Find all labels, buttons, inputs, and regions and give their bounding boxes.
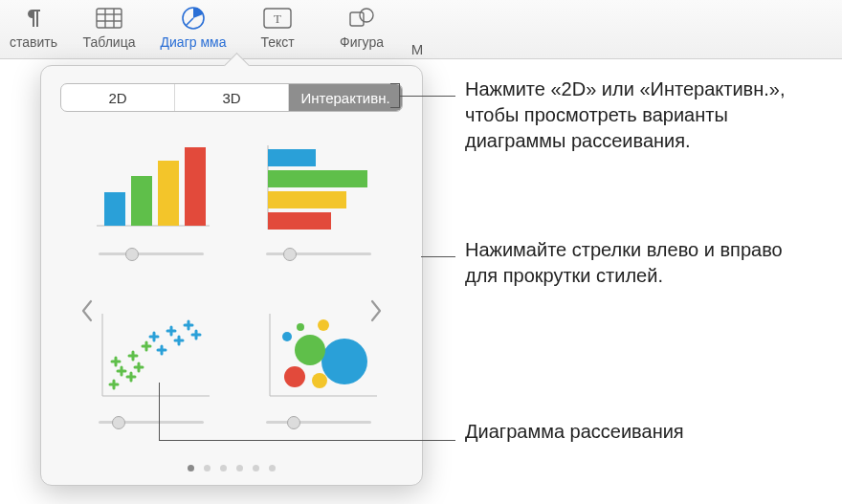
- svg-rect-0: [97, 9, 122, 28]
- toolbar: ставить Таблица Диагр мма T Текст Фигура…: [0, 0, 842, 59]
- scatter-chart-icon: [84, 303, 218, 408]
- chart-popover: 2D 3D Интерактивн.: [40, 65, 423, 486]
- svg-rect-13: [131, 176, 152, 226]
- chart-thumb-bar[interactable]: [247, 125, 390, 259]
- segment-interactive[interactable]: Интерактивн.: [289, 84, 402, 111]
- callout-top: Нажмите «2D» или «Интерактивн.», чтобы п…: [465, 77, 809, 154]
- svg-point-57: [318, 319, 329, 331]
- toolbar-table[interactable]: Таблица: [67, 4, 151, 50]
- segment-2d[interactable]: 2D: [61, 84, 175, 111]
- table-icon: [96, 4, 122, 33]
- svg-point-53: [284, 366, 305, 387]
- svg-rect-19: [268, 191, 346, 208]
- chart-thumb-column[interactable]: [79, 125, 223, 259]
- page-dot[interactable]: [204, 465, 210, 471]
- callout-leader: [159, 440, 455, 441]
- toolbar-shape-label: Фигура: [340, 34, 384, 50]
- pilcrow-icon: [24, 4, 43, 33]
- toolbar-text[interactable]: T Текст: [235, 4, 320, 50]
- page-dot[interactable]: [236, 465, 243, 471]
- textbox-icon: T: [263, 4, 292, 33]
- page-dots: [41, 465, 422, 471]
- chart-thumb-scatter[interactable]: [79, 294, 223, 427]
- toolbar-insert[interactable]: ставить: [0, 4, 67, 50]
- toolbar-more-truncated: М: [404, 4, 431, 57]
- bar-chart-icon: [252, 135, 386, 240]
- style-slider[interactable]: [266, 416, 371, 427]
- page-dot[interactable]: [269, 465, 276, 471]
- chart-gallery: [70, 121, 393, 437]
- svg-rect-17: [268, 149, 316, 166]
- callout-leader: [159, 383, 160, 440]
- svg-point-54: [312, 373, 327, 388]
- svg-rect-14: [158, 161, 179, 226]
- segmented-control: 2D 3D Интерактивн.: [60, 83, 403, 112]
- callout-bracket: [390, 83, 400, 108]
- svg-rect-15: [185, 147, 206, 226]
- svg-point-10: [360, 9, 373, 22]
- callout-bottom: Диаграмма рассеивания: [465, 419, 714, 445]
- svg-rect-18: [268, 170, 367, 187]
- toolbar-chart[interactable]: Диагр мма: [151, 4, 235, 50]
- svg-point-56: [297, 323, 304, 331]
- page-dot[interactable]: [188, 465, 194, 471]
- toolbar-table-label: Таблица: [83, 34, 136, 50]
- callout-leader: [421, 256, 455, 257]
- callout-leader: [400, 96, 455, 97]
- column-chart-icon: [84, 135, 218, 240]
- toolbar-shape[interactable]: Фигура: [320, 4, 404, 50]
- shape-icon: [348, 4, 375, 33]
- style-slider[interactable]: [99, 416, 204, 427]
- svg-point-55: [282, 332, 292, 341]
- style-slider[interactable]: [266, 248, 371, 259]
- segment-3d[interactable]: 3D: [175, 84, 289, 111]
- page-dot[interactable]: [220, 465, 227, 471]
- toolbar-insert-label: ставить: [10, 34, 57, 50]
- toolbar-chart-label: Диагр мма: [161, 34, 227, 50]
- svg-line-6: [186, 18, 193, 26]
- pie-icon: [181, 4, 206, 33]
- svg-rect-20: [268, 212, 331, 230]
- svg-point-52: [295, 335, 325, 365]
- svg-rect-12: [104, 192, 125, 226]
- page-dot[interactable]: [253, 465, 259, 471]
- toolbar-text-label: Текст: [260, 34, 294, 50]
- svg-point-51: [321, 339, 367, 384]
- callout-mid: Нажимайте стрелки влево и вправо для про…: [465, 237, 819, 289]
- svg-text:T: T: [274, 11, 281, 26]
- chart-thumb-bubble[interactable]: [247, 294, 390, 427]
- style-slider[interactable]: [99, 248, 204, 259]
- bubble-chart-icon: [252, 303, 386, 408]
